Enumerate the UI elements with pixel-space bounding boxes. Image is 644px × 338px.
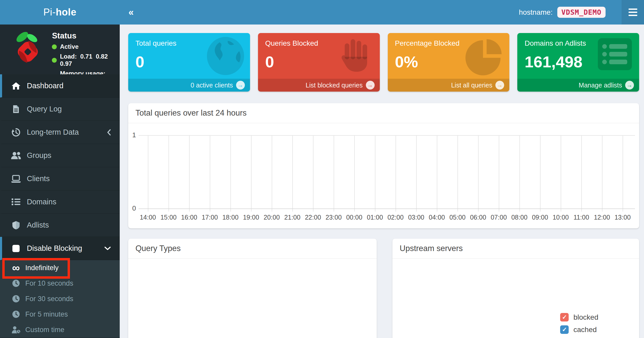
clock-icon — [11, 310, 21, 318]
sidebar-item-label: Long-term Data — [27, 128, 79, 136]
chart-legend: ✓ blocked ✓ cached — [560, 313, 598, 334]
sidebar-item-domains[interactable]: Domains — [0, 190, 120, 214]
sidebar-item-label: Adlists — [27, 221, 49, 229]
stop-square-icon — [10, 245, 22, 252]
raspberry-logo-icon — [11, 28, 44, 69]
home-icon — [10, 82, 22, 90]
x-tick: 22:00 — [303, 214, 323, 221]
x-tick: 17:00 — [199, 214, 220, 221]
status-title: Status — [52, 31, 120, 41]
arrow-circle-right-icon: → — [625, 81, 634, 90]
sidebar-item-query-log[interactable]: Query Log — [0, 98, 120, 121]
x-tick: 15:00 — [158, 214, 179, 221]
sidebar-item-adlists[interactable]: Adlists — [0, 214, 120, 237]
card-value: 0 — [128, 47, 250, 71]
x-tick: 06:00 — [468, 214, 488, 221]
x-tick: 21:00 — [282, 214, 303, 221]
x-tick: 01:00 — [365, 214, 385, 221]
card-footer-label: List blocked queries — [306, 82, 363, 89]
card-title: Total queries — [128, 33, 250, 47]
card-total-queries: Total queries 0 0 active clients → — [128, 33, 250, 92]
clock-icon — [11, 279, 21, 287]
status-panel: Status Active Load: 0.71 0.82 0.97 Memor… — [0, 25, 120, 74]
card-queries-blocked: Queries Blocked 0 List blocked queries → — [258, 33, 380, 92]
hamburger-menu-icon[interactable] — [622, 0, 644, 25]
sidebar-subitem-for-5-minutes[interactable]: For 5 minutes — [0, 307, 120, 322]
status-row-active: Active — [52, 43, 120, 50]
x-tick: 05:00 — [447, 214, 468, 221]
brand-text-bold: hole — [56, 7, 76, 18]
sidebar-collapse-button[interactable]: « — [128, 0, 134, 25]
sidebar-item-label: Dashboard — [27, 82, 63, 90]
query-types-panel: Query Types — [128, 239, 377, 338]
list-icon — [10, 198, 22, 205]
sidebar-subitem-for-30-seconds[interactable]: For 30 seconds — [0, 291, 120, 307]
sidebar: Status Active Load: 0.71 0.82 0.97 Memor… — [0, 25, 120, 338]
card-footer-link[interactable]: List all queries → — [388, 79, 510, 92]
legend-item-cached[interactable]: ✓ cached — [560, 325, 598, 334]
x-tick: 18:00 — [220, 214, 241, 221]
sidebar-item-disable-blocking[interactable]: Disable Blocking — [0, 237, 120, 260]
sidebar-item-groups[interactable]: Groups — [0, 144, 120, 167]
y-tick: 1 — [128, 131, 136, 139]
x-tick: 19:00 — [241, 214, 261, 221]
card-value: 0 — [258, 47, 380, 71]
sidebar-item-label: Domains — [27, 198, 56, 206]
upstream-servers-panel: Upstream servers ✓ blocked ✓ cached — [392, 239, 639, 338]
chart-gridline-1 — [139, 135, 635, 136]
x-tick: 08:00 — [509, 214, 530, 221]
x-axis-labels: 14:00 15:00 16:00 17:00 18:00 19:00 20:0… — [138, 214, 633, 221]
sidebar-subitem-custom-time[interactable]: Custom time — [0, 322, 120, 337]
x-tick: 23:00 — [323, 214, 344, 221]
file-icon — [10, 105, 22, 113]
panel-title: Total queries over last 24 hours — [128, 103, 639, 123]
chart-axis-baseline — [139, 208, 635, 209]
card-footer-label: List all queries — [451, 82, 492, 89]
card-footer-link[interactable]: 0 active clients → — [128, 79, 250, 92]
sidebar-item-label: Clients — [27, 174, 50, 183]
sidebar-item-label: For 5 minutes — [25, 310, 68, 318]
arrow-circle-right-icon: → — [366, 81, 375, 90]
legend-label: blocked — [573, 313, 598, 321]
x-tick: 12:00 — [592, 214, 612, 221]
hostname-badge: VDSM_DEMO — [557, 7, 606, 18]
status-text: Active — [60, 43, 78, 50]
load-text: Load: 0.71 0.82 0.97 — [60, 53, 120, 67]
card-percentage-blocked: Percentage Blocked 0% List all queries → — [388, 33, 510, 92]
card-footer-link[interactable]: Manage adlists → — [517, 79, 639, 92]
pihole-logo[interactable]: Pi-hole — [0, 0, 120, 25]
checkbox-checked-icon: ✓ — [560, 325, 569, 334]
sidebar-menu: Dashboard Query Log Long-term Data Group… — [0, 74, 120, 337]
brand-text-light: Pi- — [43, 7, 56, 18]
chart-vertical-gridlines — [148, 135, 624, 212]
sidebar-item-clients[interactable]: Clients — [0, 167, 120, 190]
sidebar-item-label: Custom time — [25, 326, 65, 334]
laptop-icon — [10, 175, 22, 183]
legend-item-blocked[interactable]: ✓ blocked — [560, 313, 598, 321]
card-footer-link[interactable]: List blocked queries → — [258, 79, 380, 92]
arrow-circle-right-icon: → — [495, 81, 504, 90]
status-dot-icon — [52, 58, 57, 63]
card-footer-label: Manage adlists — [579, 82, 622, 89]
sidebar-item-long-term-data[interactable]: Long-term Data — [0, 121, 120, 144]
history-icon — [10, 128, 22, 137]
sidebar-item-dashboard[interactable]: Dashboard — [0, 74, 120, 98]
checkbox-checked-icon: ✓ — [560, 313, 569, 321]
x-tick: 13:00 — [612, 214, 633, 221]
card-domains-on-adlists: Domains on Adlists 161,498 Manage adlist… — [517, 33, 639, 92]
x-tick: 07:00 — [488, 214, 509, 221]
x-tick: 03:00 — [406, 214, 426, 221]
sidebar-item-label: Groups — [27, 151, 51, 160]
sidebar-item-label: For 10 seconds — [25, 279, 73, 287]
users-icon — [10, 152, 22, 159]
x-tick: 14:00 — [138, 214, 158, 221]
x-tick: 20:00 — [261, 214, 282, 221]
summary-cards: Total queries 0 0 active clients → Queri… — [128, 33, 639, 92]
legend-label: cached — [573, 326, 597, 334]
status-row-load: Load: 0.71 0.82 0.97 — [52, 53, 120, 67]
user-clock-icon — [11, 326, 21, 334]
card-value: 0% — [388, 47, 510, 71]
annotation-highlight-box — [2, 258, 70, 279]
card-footer-label: 0 active clients — [191, 82, 233, 89]
panel-title: Upstream servers — [392, 239, 639, 259]
